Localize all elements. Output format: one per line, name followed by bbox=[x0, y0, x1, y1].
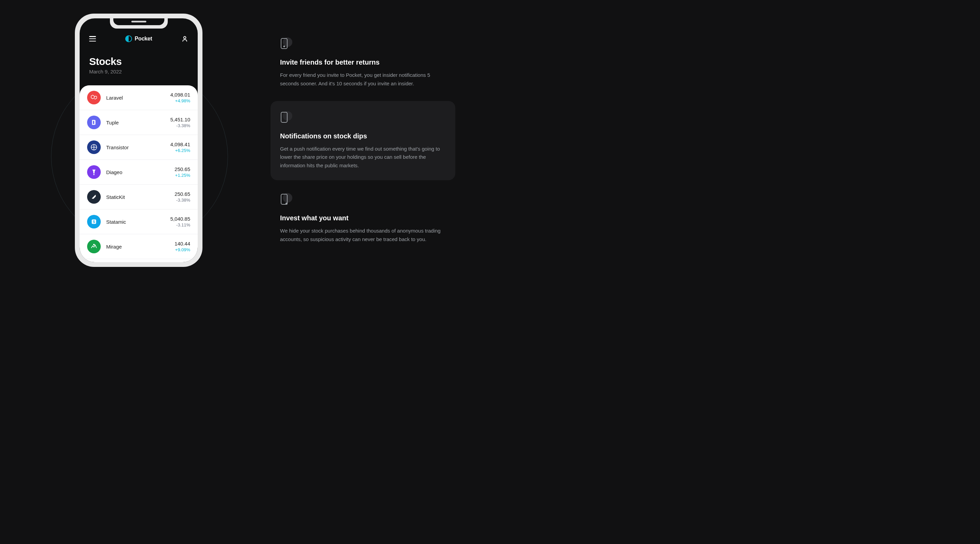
stock-change: +4.98% bbox=[170, 98, 190, 103]
phone-mockup: Pocket Stocks March 9, 2022 Laravel bbox=[75, 14, 202, 267]
feature-title: Invest what you want bbox=[280, 214, 446, 222]
stock-logo-icon bbox=[87, 190, 101, 204]
stock-price: 5,040.85 bbox=[170, 216, 190, 222]
stock-change: +1.25% bbox=[175, 173, 190, 178]
stock-logo-icon: S bbox=[87, 215, 101, 228]
stock-logo-icon bbox=[87, 91, 101, 105]
stock-name: Diageo bbox=[106, 169, 175, 175]
feature-description: Get a push notification every time we fi… bbox=[280, 145, 446, 170]
feature-title: Notifications on stock dips bbox=[280, 132, 446, 140]
stock-logo-icon bbox=[87, 140, 101, 154]
phone-person-icon bbox=[280, 37, 292, 49]
feature-description: We hide your stock purchases behind thou… bbox=[280, 227, 446, 244]
feature-card[interactable]: Invest what you want We hide your stock … bbox=[270, 183, 455, 254]
stock-logo-icon bbox=[87, 116, 101, 129]
svg-point-0 bbox=[184, 36, 186, 39]
stock-logo-icon bbox=[87, 240, 101, 253]
phone-notch bbox=[110, 18, 168, 29]
svg-text:S: S bbox=[93, 220, 95, 224]
phone-frame: Pocket Stocks March 9, 2022 Laravel bbox=[75, 14, 202, 267]
page-title: Stocks bbox=[89, 56, 188, 67]
stock-name: Tuple bbox=[106, 120, 170, 125]
stock-row[interactable]: S Statamic 5,040.85 -3.11% bbox=[80, 209, 198, 234]
feature-description: For every friend you invite to Pocket, y… bbox=[280, 71, 446, 88]
user-icon[interactable] bbox=[181, 35, 188, 42]
app-name: Pocket bbox=[135, 36, 152, 42]
menu-icon[interactable] bbox=[89, 36, 96, 41]
stock-row[interactable]: Diageo 250.65 +1.25% bbox=[80, 160, 198, 185]
stock-logo-icon bbox=[87, 165, 101, 179]
features-list: Invite friends for better returns For ev… bbox=[270, 14, 455, 254]
stock-row[interactable]: Mirage 140.44 +9.09% bbox=[80, 234, 198, 259]
stock-price: 140.44 bbox=[175, 241, 190, 246]
stock-name: Transistor bbox=[106, 144, 170, 150]
stock-list[interactable]: Laravel 4,098.01 +4.98% Tuple 5,451.10 -… bbox=[80, 85, 198, 262]
phone-notification-icon bbox=[280, 111, 292, 123]
stock-price: 250.65 bbox=[175, 191, 190, 197]
stock-price: 250.65 bbox=[175, 166, 190, 172]
stock-change: +9.09% bbox=[175, 247, 190, 252]
stock-price: 4,098.41 bbox=[170, 141, 190, 147]
stock-change: -3.38% bbox=[175, 198, 190, 203]
stock-row[interactable]: Reversable 550.60 bbox=[80, 259, 198, 262]
stock-name: Laravel bbox=[106, 95, 170, 101]
stock-name: Mirage bbox=[106, 244, 175, 249]
stock-name: StaticKit bbox=[106, 194, 175, 200]
logo-orb-icon bbox=[125, 35, 132, 42]
stock-row[interactable]: Tuple 5,451.10 -3.38% bbox=[80, 110, 198, 135]
app-logo[interactable]: Pocket bbox=[125, 35, 152, 42]
page-date: March 9, 2022 bbox=[89, 69, 188, 75]
stock-change: +6.25% bbox=[170, 148, 190, 153]
svg-rect-1 bbox=[93, 121, 94, 124]
stock-change: -3.11% bbox=[170, 222, 190, 227]
stock-row[interactable]: Laravel 4,098.01 +4.98% bbox=[80, 85, 198, 110]
stock-change: -3.38% bbox=[170, 123, 190, 128]
svg-point-3 bbox=[93, 174, 95, 175]
feature-title: Invite friends for better returns bbox=[280, 59, 446, 66]
feature-card[interactable]: Notifications on stock dips Get a push n… bbox=[270, 101, 455, 180]
stock-name: Statamic bbox=[106, 219, 170, 225]
stock-row[interactable]: Transistor 4,098.41 +6.25% bbox=[80, 135, 198, 160]
stock-price: 4,098.01 bbox=[170, 92, 190, 98]
svg-point-6 bbox=[94, 244, 95, 245]
stock-price: 5,451.10 bbox=[170, 117, 190, 122]
phone-touch-icon bbox=[280, 193, 292, 205]
stock-row[interactable]: StaticKit 250.65 -3.38% bbox=[80, 185, 198, 209]
feature-card[interactable]: Invite friends for better returns For ev… bbox=[270, 27, 455, 98]
